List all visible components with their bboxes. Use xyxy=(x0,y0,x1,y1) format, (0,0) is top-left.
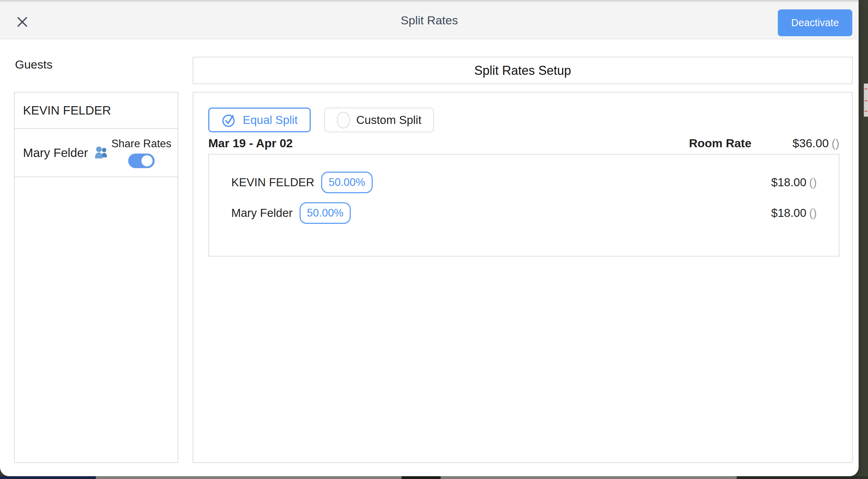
background-segment xyxy=(402,476,441,479)
background-segment xyxy=(0,476,96,479)
guest-splits-box: KEVIN FELDER 50.00% $18.00() Mary Felder… xyxy=(208,154,839,257)
deactivate-button[interactable]: Deactivate xyxy=(778,9,852,36)
background-red-tick xyxy=(865,111,867,112)
radio-unselected-icon xyxy=(337,112,350,128)
close-icon xyxy=(16,16,28,28)
split-row: Mary Felder 50.00% $18.00() xyxy=(231,198,817,228)
check-circle-icon xyxy=(221,112,237,128)
setup-header: Split Rates Setup xyxy=(193,57,853,84)
split-percent-field[interactable]: 50.00% xyxy=(321,172,372,193)
modal-title: Split Rates xyxy=(0,2,859,39)
guest-row-primary[interactable]: KEVIN FELDER xyxy=(15,93,178,129)
background-page-right-edge xyxy=(859,0,868,479)
guest-row[interactable]: Mary Felder Share Rates xyxy=(15,129,178,177)
guest-list-panel: KEVIN FELDER Mary Felder Share Rates xyxy=(14,92,178,463)
setup-title: Split Rates Setup xyxy=(474,63,571,78)
guests-label: Guests xyxy=(15,58,53,71)
guest-name: Mary Felder xyxy=(23,146,88,160)
screen: Split Rates Deactivate Guests KEVIN FELD… xyxy=(0,0,868,479)
split-percent-field[interactable]: 50.00% xyxy=(300,202,351,224)
split-rates-modal: Split Rates Deactivate Guests KEVIN FELD… xyxy=(0,0,859,476)
modal-header: Split Rates Deactivate xyxy=(0,0,859,39)
equal-split-label: Equal Split xyxy=(243,113,298,127)
room-rate-note: () xyxy=(831,136,839,150)
background-red-tick xyxy=(865,88,867,89)
custom-split-button[interactable]: Custom Split xyxy=(324,108,434,132)
room-rate-amount: $36.00 xyxy=(792,136,829,150)
date-range: Mar 19 - Apr 02 xyxy=(208,136,293,150)
split-amount-note: () xyxy=(809,206,817,219)
split-guest-name: KEVIN FELDER xyxy=(231,176,314,189)
background-page-bottom-edge xyxy=(0,476,868,479)
split-mode-selector: Equal Split Custom Split xyxy=(208,108,434,132)
split-amount: $18.00() xyxy=(771,176,817,189)
background-red-tick xyxy=(865,100,867,101)
toggle-knob xyxy=(141,155,153,166)
close-button[interactable] xyxy=(14,14,31,30)
split-amount-value: $18.00 xyxy=(771,176,806,189)
split-row: KEVIN FELDER 50.00% $18.00() xyxy=(231,167,817,198)
setup-panel: Equal Split Custom Split Mar 19 - Apr 02… xyxy=(193,92,853,463)
split-guest-name: Mary Felder xyxy=(231,206,293,220)
split-amount-value: $18.00 xyxy=(771,206,806,219)
room-rate-label: Room Rate xyxy=(689,136,751,150)
background-segment xyxy=(737,476,868,479)
split-amount-note: () xyxy=(809,176,817,189)
shared-guests-icon xyxy=(93,146,110,159)
primary-guest-name: KEVIN FELDER xyxy=(23,103,111,117)
share-rates-toggle[interactable] xyxy=(128,154,155,168)
share-rates-label: Share Rates xyxy=(111,138,171,150)
rate-summary-row: Mar 19 - Apr 02 Room Rate $36.00() xyxy=(208,135,839,151)
split-amount: $18.00() xyxy=(771,206,817,220)
equal-split-button[interactable]: Equal Split xyxy=(208,108,311,132)
background-page-sliver xyxy=(864,84,868,117)
room-rate-value: $36.00() xyxy=(792,136,839,150)
custom-split-label: Custom Split xyxy=(356,113,421,127)
